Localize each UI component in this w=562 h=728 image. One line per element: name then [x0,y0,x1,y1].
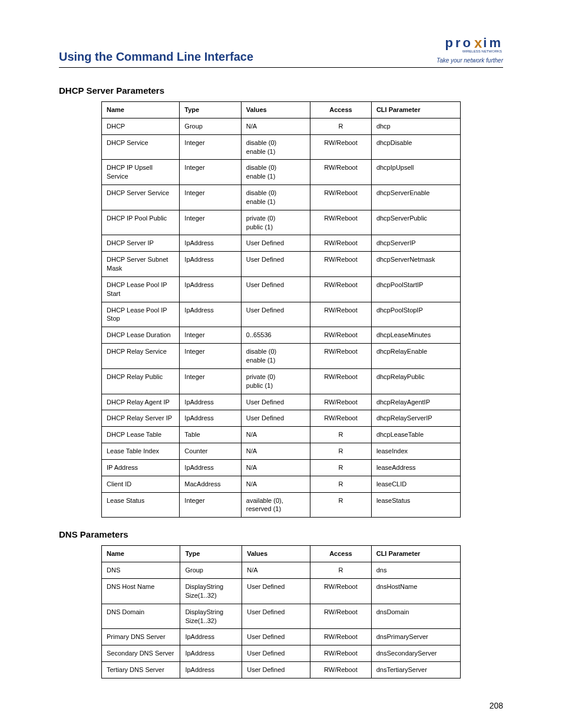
cell-cli: dhcpRelayPublic [371,368,460,394]
cell-name: DHCP Server Subnet Mask [102,252,180,277]
section-title: DHCP Server Parameters [59,85,503,95]
cell-values: 0..65536 [241,327,310,344]
table-row: DHCP Lease DurationInteger0..65536RW/Reb… [102,327,461,344]
cell-name: DHCP Service [102,134,180,160]
cell-type: DisplayStringSize(1..32) [180,578,242,604]
table-row: DHCP Relay Agent IPIpAddressUser Defined… [102,394,461,410]
cell-name: DNS [102,562,180,579]
col-type: Type [180,546,242,562]
page: Using the Command Line Interface proxim … [0,0,562,728]
cell-type: Integer [180,327,241,344]
cell-type: Counter [180,443,241,460]
cell-values: disable (0)enable (1) [241,134,310,160]
col-cli: CLI Parameter [371,546,460,562]
col-values: Values [241,101,310,118]
cell-values: User Defined [241,394,310,410]
cell-cli: dhcpRelayServerIP [371,410,460,427]
cell-values: N/A [241,118,310,134]
cell-type: Integer [180,134,241,160]
cell-cli: dhcpRelayAgentIP [371,394,460,410]
table-row: Primary DNS ServerIpAddressUser DefinedR… [102,629,461,645]
cell-access: R [310,443,372,460]
cell-name: Lease Status [102,492,180,518]
cell-cli: leaseStatus [371,492,460,518]
cell-type: IpAddress [180,410,241,427]
page-number: 208 [490,701,503,710]
table-row: DNS Host NameDisplayStringSize(1..32)Use… [102,578,461,604]
cell-name: DHCP Server IP [102,235,180,252]
cell-name: DHCP Lease Table [102,427,180,443]
cell-cli: dhcp [371,118,460,134]
col-name: Name [102,546,180,562]
cell-type: IpAddress [180,276,241,302]
cell-access: RW/Reboot [310,160,372,185]
cell-cli: dnsDomain [371,604,460,629]
brand-block: proxim WIRELESS NETWORKS Take your netwo… [437,35,503,64]
param-table: NameTypeValuesAccessCLI ParameterDHCPGro… [101,101,461,518]
cell-name: DNS Host Name [102,578,180,604]
cell-values: User Defined [241,410,310,427]
table-row: Lease Table IndexCounterN/ARleaseIndex [102,443,461,460]
col-type: Type [180,101,241,118]
cell-access: RW/Reboot [310,368,372,394]
cell-access: RW/Reboot [310,276,372,302]
table-row: DHCP Server IPIpAddressUser DefinedRW/Re… [102,235,461,252]
section-title: DNS Parameters [59,529,503,539]
cell-values: available (0),reserved (1) [241,492,310,518]
cell-access: RW/Reboot [310,604,372,629]
cell-cli: dhcpLeaseMinutes [371,327,460,344]
cell-name: DHCP Server Service [102,185,180,210]
table-header-row: NameTypeValuesAccessCLI Parameter [102,101,461,118]
cell-type: IpAddress [180,252,241,277]
cell-type: IpAddress [180,235,241,252]
cell-values: N/A [241,427,310,443]
brand-x-icon: x [474,35,482,51]
brand-text-right: im [483,36,503,50]
cell-cli: dhcpIpUpsell [371,160,460,185]
cell-name: DNS Domain [102,604,180,629]
cell-type: IpAddress [180,394,241,410]
cell-type: Group [180,562,242,579]
cell-name: DHCP [102,118,180,134]
cell-access: RW/Reboot [310,252,372,277]
cell-name: Secondary DNS Server [102,645,180,662]
cell-type: IpAddress [180,459,241,476]
col-name: Name [102,101,180,118]
cell-access: RW/Reboot [310,235,372,252]
cell-access: R [310,459,372,476]
cell-type: Integer [180,368,241,394]
cell-values: N/A [241,476,310,492]
cell-type: Integer [180,344,241,369]
cell-values: User Defined [241,252,310,277]
cell-values: User Defined [242,629,310,645]
table-row: DHCP IP Upsell ServiceIntegerdisable (0)… [102,160,461,185]
col-values: Values [242,546,310,562]
table-row: DHCP ServiceIntegerdisable (0)enable (1)… [102,134,461,160]
cell-name: DHCP Lease Pool IP Start [102,276,180,302]
cell-name: DHCP Relay Agent IP [102,394,180,410]
cell-type: DisplayStringSize(1..32) [180,604,242,629]
cell-cli: dnsTertiaryServer [371,662,460,678]
sections-host: DHCP Server ParametersNameTypeValuesAcce… [59,85,503,678]
cell-name: DHCP Relay Service [102,344,180,369]
chapter-title: Using the Command Line Interface [59,50,253,64]
col-access: Access [310,101,372,118]
cell-cli: dhcpLeaseTable [371,427,460,443]
brand-subtext: WIRELESS NETWORKS [437,50,502,54]
cell-cli: dhcpServerNetmask [371,252,460,277]
cell-access: R [310,492,372,518]
cell-values: disable (0)enable (1) [241,160,310,185]
table-row: DNSGroupN/ARdns [102,562,461,579]
cell-name: DHCP Lease Pool IP Stop [102,302,180,327]
cell-cli: dhcpServerEnable [371,185,460,210]
cell-values: N/A [241,459,310,476]
cell-access: RW/Reboot [310,327,372,344]
cell-type: IpAddress [180,302,241,327]
table-row: DHCP IP Pool PublicIntegerprivate (0)pub… [102,210,461,235]
cell-access: RW/Reboot [310,210,372,235]
table-row: DHCP Server ServiceIntegerdisable (0)ena… [102,185,461,210]
cell-values: disable (0)enable (1) [241,344,310,369]
cell-access: R [310,476,372,492]
cell-values: N/A [242,562,310,579]
cell-name: Primary DNS Server [102,629,180,645]
